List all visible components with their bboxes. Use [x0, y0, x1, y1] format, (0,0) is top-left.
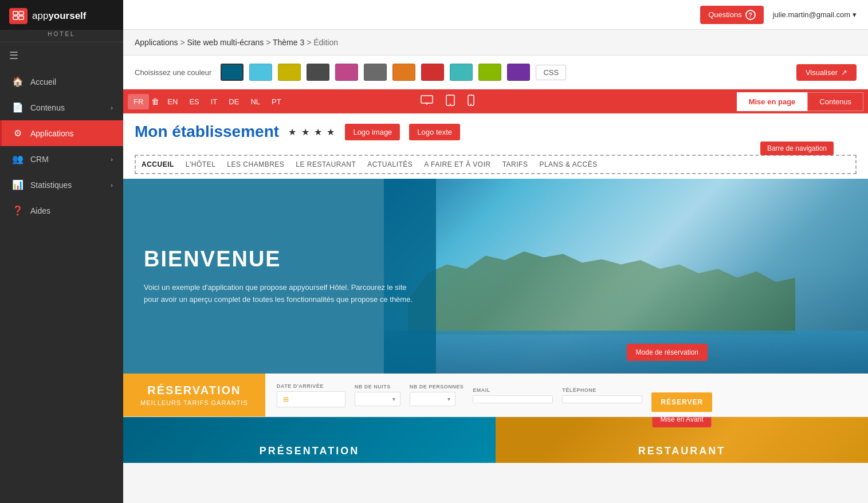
page-tabs: Mise en page Contenus: [737, 92, 863, 111]
logo-image-button[interactable]: Logo image: [345, 124, 400, 140]
user-info: julie.martin@gmail.com ▾: [773, 10, 857, 19]
css-button[interactable]: CSS: [536, 65, 566, 80]
logo-sub: HOTEL: [0, 30, 123, 42]
sidebar-item-aides[interactable]: ❓ Aides: [0, 198, 123, 223]
bottom-card-restaurant: Mise en Avant RESTAURANT: [496, 417, 868, 463]
hero-left-panel: BIENVENUE Voici un exemple d'application…: [123, 179, 436, 374]
email-field: EMAIL: [473, 387, 553, 403]
hero-background-image: [384, 179, 868, 374]
lang-device-bar: FR 🗑 EN ES IT DE NL PT: [123, 89, 868, 113]
hamburger-icon[interactable]: ☰: [0, 42, 123, 69]
nav-accueil[interactable]: ACCUEIL: [142, 160, 174, 168]
telephone-input[interactable]: [562, 395, 642, 403]
lang-delete-fr[interactable]: 🗑: [149, 97, 162, 106]
mise-en-avant-button[interactable]: Mise en Avant: [652, 417, 711, 427]
color-swatch-blue[interactable]: [221, 64, 243, 81]
home-icon: 🏠: [12, 76, 23, 87]
nav-afaire[interactable]: A FAIRE ET À VOIR: [424, 160, 490, 168]
sidebar-label-crm: CRM: [30, 155, 49, 164]
color-swatch-gray[interactable]: [364, 64, 387, 81]
user-dropdown-icon[interactable]: ▾: [853, 10, 857, 19]
telephone-field: TÉLÉPHONE: [562, 387, 642, 403]
main-area: Questions ? julie.martin@gmail.com ▾ App…: [123, 0, 868, 503]
nav-bar-label[interactable]: Barre de navigation: [760, 142, 834, 155]
color-picker-row: Choisissez une couleur CSS Visualiser ↗: [123, 56, 868, 89]
sidebar-label-accueil: Accueil: [30, 77, 56, 87]
nav-preview: Barre de navigation ACCUEIL L'HÔTEL LES …: [123, 150, 868, 179]
color-swatch-teal[interactable]: [450, 64, 473, 81]
breadcrumb-applications[interactable]: Applications: [135, 38, 178, 47]
topbar: Questions ? julie.martin@gmail.com ▾: [123, 0, 868, 30]
svg-point-10: [470, 104, 472, 105]
document-icon: 📄: [12, 102, 23, 113]
sidebar-item-contenus[interactable]: 📄 Contenus ›: [0, 95, 123, 120]
logo-text-button[interactable]: Logo texte: [409, 124, 460, 140]
hero-description: Voici un exemple d'application que propo…: [144, 282, 415, 306]
tablet-device-btn[interactable]: [441, 92, 459, 111]
svg-rect-0: [13, 11, 18, 15]
help-icon: ❓: [12, 205, 23, 216]
desktop-device-btn[interactable]: [416, 92, 438, 111]
user-email: julie.martin@gmail.com: [773, 10, 850, 19]
lang-btn-en[interactable]: EN: [162, 94, 183, 109]
sidebar-item-accueil[interactable]: 🏠 Accueil: [0, 69, 123, 95]
hero-section: BIENVENUE Voici un exemple d'application…: [123, 179, 868, 374]
color-swatch-purple[interactable]: [507, 64, 530, 81]
lang-btn-fr[interactable]: FR: [128, 94, 149, 109]
breadcrumb-sep3: >: [307, 38, 313, 47]
nav-chambres[interactable]: LES CHAMBRES: [227, 160, 284, 168]
mode-reservation-button[interactable]: Mode de réservation: [627, 344, 708, 361]
bottom-card-presentation: PRÉSENTATION: [123, 417, 496, 463]
svg-rect-4: [421, 96, 433, 103]
nb-nuits-select[interactable]: ▾: [355, 392, 400, 406]
tab-contenus[interactable]: Contenus: [807, 92, 863, 111]
visualiser-button[interactable]: Visualiser ↗: [796, 64, 857, 81]
nb-personnes-label: NB DE PERSONNES: [410, 384, 464, 390]
nav-restaurant[interactable]: LE RESTAURANT: [296, 160, 356, 168]
nb-personnes-select[interactable]: ▾: [410, 392, 455, 406]
color-swatch-pink[interactable]: [335, 64, 358, 81]
date-arrivee-input[interactable]: ⊞: [277, 391, 345, 407]
color-swatch-dark[interactable]: [307, 64, 329, 81]
logo-yourself: yourself: [48, 10, 86, 21]
date-arrivee-field: DATE D'ARRIVÉE ⊞: [277, 383, 345, 407]
svg-rect-1: [19, 11, 23, 15]
nav-actualites[interactable]: ACTUALITÉS: [367, 160, 413, 168]
nav-hotel[interactable]: L'HÔTEL: [186, 160, 215, 168]
color-swatch-orange[interactable]: [392, 64, 415, 81]
sidebar-item-crm[interactable]: 👥 CRM ›: [0, 146, 123, 172]
lang-btn-de[interactable]: DE: [223, 94, 245, 109]
questions-button[interactable]: Questions ?: [700, 6, 764, 24]
color-swatch-green[interactable]: [478, 64, 501, 81]
tab-mise-en-page[interactable]: Mise en page: [737, 92, 808, 111]
breadcrumb-edition: Édition: [313, 38, 338, 47]
logo-area: appyourself: [0, 0, 123, 30]
users-icon: 👥: [12, 154, 23, 164]
hero-title: BIENVENUE: [144, 247, 415, 272]
breadcrumb-theme3[interactable]: Thème 3: [273, 38, 304, 47]
nav-plans[interactable]: PLANS & ACCÈS: [539, 160, 597, 168]
nav-tarifs[interactable]: TARIFS: [502, 160, 528, 168]
chart-icon: 📊: [12, 179, 23, 190]
visualiser-label: Visualiser: [806, 68, 838, 77]
reserver-button[interactable]: RÉSERVER: [651, 392, 712, 412]
lang-btn-es[interactable]: ES: [183, 94, 205, 109]
lang-btn-pt[interactable]: PT: [266, 94, 287, 109]
reservation-title: RÉSERVATION: [147, 384, 241, 397]
lang-btn-it[interactable]: IT: [205, 94, 223, 109]
sidebar-item-statistiques[interactable]: 📊 Statistiques ›: [0, 172, 123, 198]
logo-app: app: [32, 10, 48, 21]
lang-btn-nl[interactable]: NL: [245, 94, 266, 109]
mobile-device-btn[interactable]: [463, 92, 479, 111]
chevron-right-icon-stats: ›: [111, 182, 113, 188]
breadcrumb-site-web[interactable]: Site web multi-écrans: [187, 38, 264, 47]
color-swatch-lightblue[interactable]: [249, 64, 272, 81]
question-circle-icon: ?: [745, 10, 756, 20]
hero-water: [384, 331, 868, 374]
bottom-cards: PRÉSENTATION Mise en Avant RESTAURANT: [123, 417, 868, 463]
email-input[interactable]: [473, 395, 553, 403]
color-swatch-yellow[interactable]: [278, 64, 301, 81]
sidebar-item-applications[interactable]: ⚙ Applications: [0, 120, 123, 146]
sidebar: appyourself HOTEL ☰ 🏠 Accueil 📄 Contenus…: [0, 0, 123, 503]
color-swatch-red[interactable]: [421, 64, 444, 81]
